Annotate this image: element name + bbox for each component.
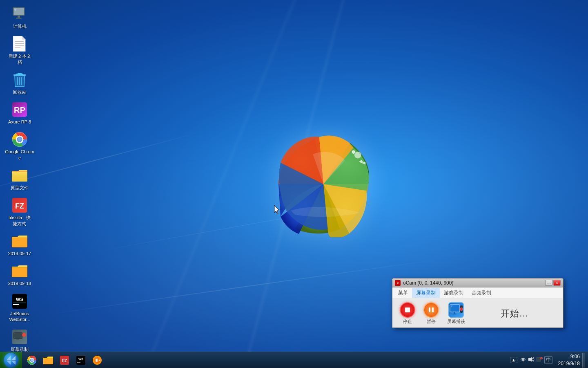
svg-marker-66 (528, 357, 532, 362)
taskbar-filezilla[interactable]: FZ (57, 353, 72, 367)
svg-rect-36 (13, 303, 26, 303)
pause-icon (423, 302, 439, 318)
svg-text:FZ: FZ (15, 202, 24, 210)
desktop-icon-recycle[interactable]: 回收站 (3, 70, 36, 96)
desktop-icon-computer[interactable]: 计算机 (3, 4, 36, 31)
stop-icon (400, 302, 415, 318)
svg-point-0 (354, 152, 361, 159)
svg-point-55 (31, 359, 33, 361)
ocam-menu-bar: 菜单 屏幕录制 游戏录制 音频录制 (392, 287, 563, 299)
tray-icons: 中 (520, 356, 552, 364)
ocam-titlebar: o oCam (0, 0, 1440, 900) — × (392, 278, 563, 287)
ocam-title: oCam (0, 0, 1440, 900) (403, 280, 545, 286)
show-desktop-button[interactable] (582, 353, 585, 368)
ime-icon[interactable]: 中 (544, 356, 552, 364)
folder-0918-label: 2019-09-18 (8, 280, 31, 286)
chrome-label: Google Chrome (5, 149, 34, 161)
svg-text:WS: WS (16, 297, 23, 302)
tray-expand-button[interactable]: ▲ (510, 357, 517, 363)
start-orb (4, 353, 18, 368)
svg-rect-61 (77, 362, 80, 363)
network-icon[interactable] (520, 357, 526, 364)
ocam-menu-audio[interactable]: 音频录制 (468, 288, 495, 298)
ocam-menu-main[interactable]: 菜单 (394, 288, 412, 298)
desktop-icon-jetbrains[interactable]: WS JetBrainsWebStor... (3, 292, 36, 324)
recorder-icon (11, 329, 28, 345)
taskbar: FZ WS (0, 352, 588, 368)
desktop-icon-new-doc[interactable]: 新建文本文档 (3, 34, 36, 67)
svg-rect-5 (16, 18, 22, 19)
start-button[interactable] (0, 352, 22, 368)
recycle-icon (11, 72, 28, 88)
svg-point-1 (352, 150, 355, 154)
ocam-menu-game[interactable]: 游戏录制 (440, 288, 468, 298)
prototype-folder-icon (11, 167, 28, 184)
desktop-icon-chrome[interactable]: Google Chrome (3, 130, 36, 162)
ocam-window: o oCam (0, 0, 1440, 900) — × 菜单 屏幕录制 游戏录… (392, 278, 564, 328)
svg-text:WS: WS (78, 358, 83, 361)
pause-label: 暂停 (427, 319, 436, 325)
jetbrains-label: JetBrainsWebStor... (9, 311, 30, 323)
svg-rect-45 (432, 307, 434, 312)
ocam-app-icon: o (395, 280, 401, 286)
svg-point-52 (461, 308, 462, 310)
desktop-icon-prototype[interactable]: 原型文件 (3, 166, 36, 192)
svg-rect-31 (12, 267, 27, 277)
taskbar-items: FZ WS (22, 352, 507, 368)
svg-rect-40 (16, 339, 19, 340)
folder-0917-label: 2019-09-17 (8, 251, 31, 256)
desktop: 计算机 新建文本文档 (0, 0, 588, 368)
svg-rect-67 (537, 357, 541, 361)
svg-rect-64 (96, 359, 98, 362)
svg-point-23 (18, 137, 22, 141)
svg-marker-7 (22, 36, 25, 39)
svg-rect-4 (18, 16, 20, 18)
svg-rect-44 (429, 307, 430, 312)
desktop-icon-folder-0917[interactable]: 2019-09-17 (3, 231, 36, 258)
ocam-minimize-button[interactable]: — (545, 280, 552, 286)
ocam-capture-button[interactable]: 屏幕捕获 (444, 301, 468, 326)
axure-label: Axure RP 8 (8, 119, 31, 125)
system-clock[interactable]: 9:06 2019/9/18 (558, 353, 580, 367)
filezilla-icon: FZ (11, 197, 28, 213)
svg-rect-41 (15, 340, 20, 341)
desktop-icon-filezilla[interactable]: FZ filezilla - 快捷方式 (3, 195, 36, 228)
ocam-stop-button[interactable]: 停止 (396, 301, 419, 326)
svg-rect-29 (12, 238, 27, 247)
taskbar-webstorm[interactable]: WS (73, 353, 89, 367)
jetbrains-icon: WS (11, 293, 28, 310)
folder-0917-icon (11, 233, 28, 249)
stop-label: 停止 (403, 319, 412, 325)
taskbar-explorer[interactable] (40, 353, 56, 367)
svg-rect-48 (454, 312, 455, 314)
desktop-icon-folder-0918[interactable]: 2019-09-18 (3, 261, 36, 288)
volume-icon[interactable] (528, 357, 535, 364)
svg-rect-30 (12, 238, 27, 238)
windows-logo (270, 131, 376, 237)
svg-rect-13 (18, 73, 22, 74)
clock-date: 2019/9/18 (558, 360, 580, 367)
ocam-close-button[interactable]: × (553, 280, 561, 286)
desktop-icon-axure[interactable]: RP Axure RP 8 (3, 100, 36, 126)
taskbar-chrome[interactable] (24, 353, 40, 367)
system-tray: ▲ (507, 352, 588, 368)
svg-text:RP: RP (14, 105, 25, 114)
ocam-pause-button[interactable]: 暂停 (420, 301, 442, 326)
ocam-toolbar: 停止 暂停 (392, 299, 563, 328)
svg-rect-43 (405, 307, 410, 312)
axure-icon: RP (11, 101, 28, 118)
chrome-icon (11, 131, 28, 148)
new-doc-label: 新建文本文档 (9, 53, 31, 65)
svg-rect-32 (12, 267, 27, 268)
ocam-window-controls: — × (545, 280, 561, 286)
svg-rect-49 (452, 314, 457, 314)
desktop-icons: 计算机 新建文本文档 (3, 4, 36, 360)
svg-rect-25 (12, 171, 27, 172)
ocam-menu-screen[interactable]: 屏幕录制 (412, 288, 440, 298)
ocam-tray-icon[interactable] (536, 357, 543, 364)
taskbar-ocam[interactable] (89, 353, 105, 367)
filezilla-label: filezilla - 快捷方式 (9, 215, 31, 227)
capture-icon (448, 302, 464, 318)
svg-rect-39 (14, 333, 22, 339)
svg-point-69 (541, 358, 542, 359)
